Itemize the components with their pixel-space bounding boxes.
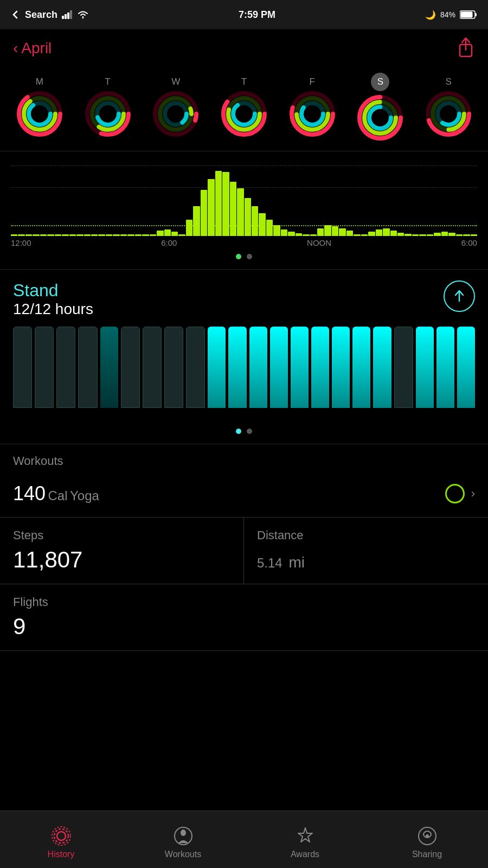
steps-cell: Steps 11,807 — [0, 518, 244, 584]
stand-bar-filled — [208, 327, 226, 408]
history-tab-icon — [51, 826, 72, 846]
time-label-3: 6:00 — [461, 238, 477, 247]
tab-history[interactable]: History — [0, 820, 122, 859]
stand-section: Stand 12/12 hours — [0, 270, 488, 444]
svg-point-59 — [426, 834, 429, 838]
day-label-4: F — [309, 76, 314, 87]
ring-5 — [357, 94, 403, 141]
tab-awards[interactable]: Awards — [244, 820, 366, 859]
stand-value: 12/12 hours — [13, 301, 93, 318]
distance-label: Distance — [257, 528, 475, 542]
sharing-tab-icon — [417, 826, 438, 846]
workouts-title: Workouts — [13, 454, 475, 468]
day-label-3: T — [241, 76, 247, 87]
steps-value: 11,807 — [13, 547, 230, 573]
workouts-section: Workouts 140 Cal Yoga › — [0, 444, 488, 518]
stand-chart: 12:00 6:00 NOON 6:00 — [13, 327, 475, 424]
day-label-selected: S — [371, 73, 389, 91]
flights-label: Flights — [13, 595, 475, 609]
workout-calories: 140 — [13, 482, 46, 505]
day-label-1: T — [105, 76, 110, 87]
svg-rect-1 — [65, 14, 67, 19]
stats-grid: Steps 11,807 Distance 5.14 mi — [0, 518, 488, 584]
time-label-2: NOON — [307, 238, 331, 247]
workout-chevron-icon: › — [471, 487, 475, 501]
day-item-1[interactable]: T — [85, 76, 131, 137]
battery-icon — [460, 10, 477, 19]
activity-chart-section: 12:00 6:00 NOON 6:00 — [0, 151, 488, 270]
day-item-6[interactable]: S — [425, 76, 472, 137]
ring-6 — [425, 91, 472, 137]
activity-chart — [11, 160, 477, 236]
steps-label: Steps — [13, 528, 230, 542]
tab-workouts[interactable]: Workouts — [122, 820, 244, 859]
arrow-up-icon — [452, 289, 466, 303]
ring-4 — [289, 91, 336, 137]
chevron-left-icon: ‹ — [13, 40, 18, 57]
share-button[interactable] — [457, 37, 475, 60]
stand-share-button[interactable] — [444, 280, 475, 312]
svg-point-56 — [181, 829, 186, 836]
svg-rect-2 — [67, 12, 69, 19]
moon-icon: 🌙 — [425, 10, 436, 20]
back-button[interactable]: ‹ April — [13, 40, 52, 57]
workout-row[interactable]: 140 Cal Yoga › — [13, 475, 475, 513]
day-item-3[interactable]: T — [221, 76, 267, 137]
tab-workouts-label: Workouts — [165, 850, 201, 859]
status-right: 🌙 84% — [425, 10, 477, 20]
flights-section: Flights 9 — [0, 584, 488, 651]
distance-cell: Distance 5.14 mi — [244, 518, 488, 584]
workout-info: 140 Cal Yoga — [13, 482, 99, 505]
tab-awards-label: Awards — [291, 850, 319, 859]
tab-sharing-label: Sharing — [412, 850, 442, 859]
flights-value: 9 — [13, 614, 475, 640]
ring-1 — [85, 91, 131, 137]
svg-rect-0 — [62, 16, 64, 19]
chart-time-labels: 12:00 6:00 NOON 6:00 — [11, 236, 477, 250]
day-label-6: S — [445, 76, 451, 87]
dot-inactive-0 — [247, 254, 252, 259]
svg-rect-3 — [70, 10, 72, 19]
stand-info: Stand 12/12 hours — [13, 280, 93, 318]
dot-active-0 — [236, 254, 241, 259]
ring-0 — [16, 91, 63, 137]
tab-bar: History Workouts Awards Sharing — [0, 810, 488, 868]
time-label-1: 6:00 — [161, 238, 177, 247]
battery-pct: 84% — [440, 10, 455, 19]
stand-dot-inactive — [247, 429, 252, 434]
workout-right: › — [445, 484, 475, 503]
day-item-5[interactable]: S — [357, 73, 403, 141]
stand-header: Stand 12/12 hours — [13, 280, 475, 318]
stand-chart-bars — [13, 327, 475, 424]
svg-rect-6 — [460, 12, 472, 18]
signal-icon — [62, 10, 73, 19]
chart-page-dots — [11, 250, 477, 264]
stand-page-dots — [13, 424, 475, 438]
status-time: 7:59 PM — [239, 9, 275, 21]
stand-bar-empty — [13, 327, 32, 408]
workouts-tab-icon — [173, 826, 194, 846]
tab-sharing[interactable]: Sharing — [366, 820, 488, 859]
day-label-2: W — [171, 76, 180, 87]
workout-circle-icon — [445, 484, 465, 503]
distance-value: 5.14 mi — [257, 547, 475, 573]
day-item-0[interactable]: M — [16, 76, 63, 137]
svg-rect-5 — [475, 13, 477, 16]
day-item-4[interactable]: F — [289, 76, 336, 137]
status-bar: Search 7:59 PM 🌙 84% — [0, 0, 488, 29]
stand-dot-active — [236, 429, 241, 434]
time-label-0: 12:00 — [11, 238, 31, 247]
day-label-0: M — [36, 76, 43, 87]
nav-bar: ‹ April — [0, 29, 488, 67]
chart-bar — [11, 234, 17, 236]
awards-tab-icon — [295, 826, 316, 846]
svg-point-52 — [57, 832, 66, 840]
tab-history-label: History — [48, 850, 75, 859]
stand-title: Stand — [13, 280, 93, 301]
workout-cal-label: Cal — [48, 488, 68, 503]
day-item-2[interactable]: W — [152, 76, 199, 137]
share-icon — [457, 37, 475, 58]
distance-unit: mi — [288, 554, 305, 571]
ring-2 — [152, 91, 199, 137]
back-arrow-icon — [11, 10, 21, 20]
